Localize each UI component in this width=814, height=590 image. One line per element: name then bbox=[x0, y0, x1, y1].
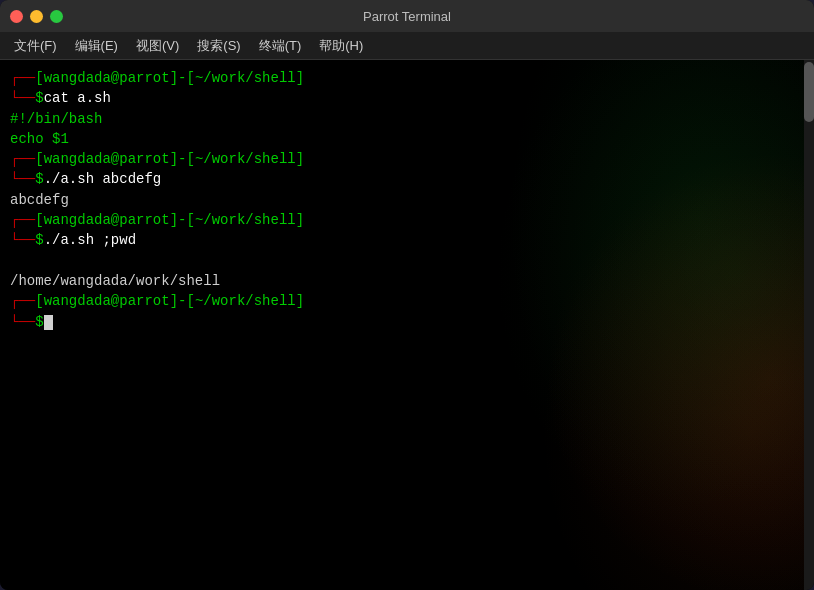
prompt-bracket-4c: └── bbox=[10, 314, 35, 330]
prompt-open-1: [ bbox=[35, 70, 43, 86]
prompt-dollar-1: $ bbox=[35, 90, 43, 106]
terminal-content: ┌──[wangdada@parrot]-[~/work/shell] └──$… bbox=[10, 68, 794, 332]
terminal-line-3: echo $1 bbox=[10, 129, 794, 149]
prompt-dash-3b: ] bbox=[296, 212, 304, 228]
prompt-path-1: ~/work/shell bbox=[195, 70, 296, 86]
prompt-open-3: [ bbox=[35, 212, 43, 228]
prompt-bracket-2c: └── bbox=[10, 171, 35, 187]
terminal-line-6: ┌──[wangdada@parrot]-[~/work/shell] └──$… bbox=[10, 210, 794, 251]
prompt-host-3: parrot bbox=[119, 212, 169, 228]
menu-help[interactable]: 帮助(H) bbox=[311, 35, 371, 57]
prompt-bracket-3: ┌── bbox=[10, 212, 35, 228]
prompt-close-1: ] bbox=[170, 70, 178, 86]
close-button[interactable] bbox=[10, 10, 23, 23]
cmd-3: ./a.sh ;pwd bbox=[44, 232, 136, 248]
menu-edit[interactable]: 编辑(E) bbox=[67, 35, 126, 57]
terminal-wrapper: ┌──[wangdada@parrot]-[~/work/shell] └──$… bbox=[0, 60, 814, 590]
prompt-user-4: wangdada bbox=[44, 293, 111, 309]
terminal-line-2: #!/bin/bash bbox=[10, 109, 794, 129]
prompt-dash-4: -[ bbox=[178, 293, 195, 309]
prompt-user-1: wangdada bbox=[44, 70, 111, 86]
prompt-at-2: @ bbox=[111, 151, 119, 167]
prompt-dash-1b: ] bbox=[296, 70, 304, 86]
menu-search[interactable]: 搜索(S) bbox=[189, 35, 248, 57]
prompt-bracket-3c: └── bbox=[10, 232, 35, 248]
output-shebang: #!/bin/bash bbox=[10, 111, 102, 127]
prompt-open-4: [ bbox=[35, 293, 43, 309]
menubar: 文件(F) 编辑(E) 视图(V) 搜索(S) 终端(T) 帮助(H) bbox=[0, 32, 814, 60]
prompt-dash-2: -[ bbox=[178, 151, 195, 167]
scrollbar-thumb[interactable] bbox=[804, 62, 814, 122]
prompt-path-4: ~/work/shell bbox=[195, 293, 296, 309]
terminal-line-8: ┌──[wangdada@parrot]-[~/work/shell] └──$ bbox=[10, 291, 794, 332]
prompt-dash-3: -[ bbox=[178, 212, 195, 228]
window-title: Parrot Terminal bbox=[363, 9, 451, 24]
prompt-dash-4b: ] bbox=[296, 293, 304, 309]
window-controls bbox=[10, 10, 63, 23]
menu-terminal[interactable]: 终端(T) bbox=[251, 35, 310, 57]
prompt-path-3: ~/work/shell bbox=[195, 212, 296, 228]
prompt-at-3: @ bbox=[111, 212, 119, 228]
prompt-dollar-2: $ bbox=[35, 171, 43, 187]
prompt-dash-1: -[ bbox=[178, 70, 195, 86]
prompt-user-2: wangdada bbox=[44, 151, 111, 167]
output-path: /home/wangdada/work/shell bbox=[10, 273, 220, 289]
prompt-close-4: ] bbox=[170, 293, 178, 309]
prompt-at-4: @ bbox=[111, 293, 119, 309]
titlebar: Parrot Terminal bbox=[0, 0, 814, 32]
terminal-line-4: ┌──[wangdada@parrot]-[~/work/shell] └──$… bbox=[10, 149, 794, 190]
prompt-open-2: [ bbox=[35, 151, 43, 167]
cmd-2: ./a.sh abcdefg bbox=[44, 171, 162, 187]
menu-file[interactable]: 文件(F) bbox=[6, 35, 65, 57]
prompt-bracket-2: ┌── bbox=[10, 151, 35, 167]
prompt-close-2: ] bbox=[170, 151, 178, 167]
cursor bbox=[44, 315, 53, 330]
prompt-dollar-4: $ bbox=[35, 314, 43, 330]
prompt-host-1: parrot bbox=[119, 70, 169, 86]
prompt-bracket-1c: └── bbox=[10, 90, 35, 106]
prompt-close-3: ] bbox=[170, 212, 178, 228]
maximize-button[interactable] bbox=[50, 10, 63, 23]
prompt-dash-2b: ] bbox=[296, 151, 304, 167]
prompt-bracket-1: ┌── bbox=[10, 70, 35, 86]
terminal-line-5: abcdefg bbox=[10, 190, 794, 210]
minimize-button[interactable] bbox=[30, 10, 43, 23]
terminal-window: Parrot Terminal 文件(F) 编辑(E) 视图(V) 搜索(S) … bbox=[0, 0, 814, 590]
terminal-display[interactable]: ┌──[wangdada@parrot]-[~/work/shell] └──$… bbox=[0, 60, 804, 590]
blank-line-1 bbox=[10, 251, 794, 271]
prompt-bracket-4: ┌── bbox=[10, 293, 35, 309]
prompt-user-3: wangdada bbox=[44, 212, 111, 228]
terminal-line-1: ┌──[wangdada@parrot]-[~/work/shell] └──$… bbox=[10, 68, 794, 109]
terminal-line-7: /home/wangdada/work/shell bbox=[10, 271, 794, 291]
output-abcdefg: abcdefg bbox=[10, 192, 69, 208]
menu-view[interactable]: 视图(V) bbox=[128, 35, 187, 57]
cmd-1: cat a.sh bbox=[44, 90, 111, 106]
output-echo: echo $1 bbox=[10, 131, 69, 147]
prompt-at-1: @ bbox=[111, 70, 119, 86]
prompt-path-2: ~/work/shell bbox=[195, 151, 296, 167]
prompt-host-2: parrot bbox=[119, 151, 169, 167]
scrollbar[interactable] bbox=[804, 60, 814, 590]
prompt-dollar-3: $ bbox=[35, 232, 43, 248]
prompt-host-4: parrot bbox=[119, 293, 169, 309]
